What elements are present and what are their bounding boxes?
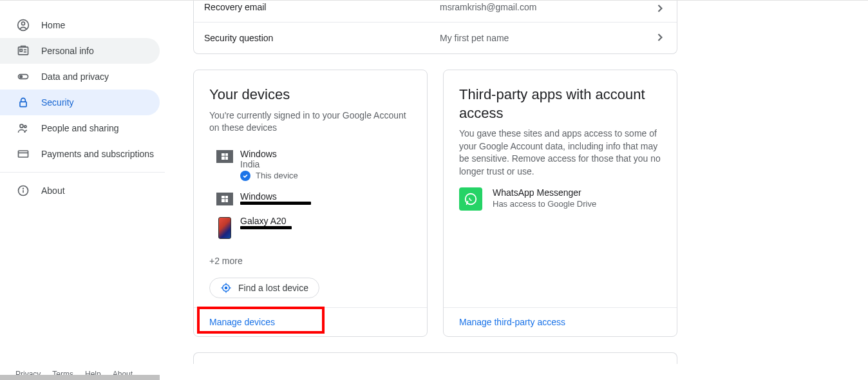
svg-point-9	[20, 124, 23, 128]
security-question-value: My first pet name	[440, 33, 654, 43]
third-party-access-card: Third-party apps with account access You…	[443, 70, 677, 337]
chevron-right-icon	[654, 2, 666, 17]
windows-device-icon	[209, 191, 240, 205]
security-question-label: Security question	[204, 33, 440, 43]
device-row[interactable]: Windows	[209, 186, 411, 211]
svg-point-17	[225, 287, 227, 289]
sidebar-item-label: Home	[41, 20, 65, 30]
sidebar-item-label: People and sharing	[41, 123, 119, 133]
main-content: Recovery email msramkrish@gmail.com Secu…	[165, 1, 868, 380]
device-location: India	[240, 159, 411, 169]
sidebar-item-people-sharing[interactable]: People and sharing	[0, 115, 160, 141]
your-devices-card: Your devices You're currently signed in …	[193, 70, 428, 337]
scrollbar-thumb[interactable]	[0, 375, 160, 380]
svg-point-15	[23, 188, 24, 189]
sidebar-item-security[interactable]: Security	[0, 90, 160, 115]
sidebar-item-label: Personal info	[41, 46, 94, 56]
sidebar-item-personal-info[interactable]: Personal info	[0, 38, 160, 64]
sidebar-item-about[interactable]: About	[0, 178, 160, 204]
device-location-redacted	[240, 226, 411, 229]
next-card-top	[193, 352, 677, 364]
devices-card-subtitle: You're currently signed in to your Googl…	[209, 109, 411, 135]
sidebar-item-label: Security	[41, 97, 74, 108]
app-access-description: Has access to Google Drive	[493, 199, 596, 209]
svg-point-10	[24, 126, 26, 128]
recovery-email-row[interactable]: Recovery email msramkrish@gmail.com	[194, 1, 677, 23]
more-devices-link[interactable]: +2 more	[209, 256, 411, 266]
sidebar: Home Personal info Data and privacy Secu…	[0, 1, 165, 380]
svg-point-1	[22, 22, 25, 25]
svg-rect-3	[20, 50, 22, 52]
device-row[interactable]: Windows India This device	[209, 144, 411, 186]
sidebar-item-label: About	[41, 185, 65, 196]
info-icon	[15, 183, 31, 198]
people-icon	[15, 120, 31, 136]
sidebar-divider	[0, 172, 165, 173]
svg-rect-8	[20, 102, 26, 107]
app-row[interactable]: WhatsApp Messenger Has access to Google …	[459, 187, 661, 211]
chevron-right-icon	[654, 31, 666, 46]
id-card-icon	[15, 43, 31, 59]
sidebar-item-label: Payments and subscriptions	[41, 149, 154, 159]
manage-devices-link[interactable]: Manage devices	[209, 317, 275, 327]
thirdparty-card-title: Third-party apps with account access	[459, 86, 661, 122]
app-name: WhatsApp Messenger	[493, 187, 596, 198]
thirdparty-card-subtitle: You gave these sites and apps access to …	[459, 128, 661, 178]
device-location-redacted	[240, 202, 411, 205]
sidebar-item-label: Data and privacy	[41, 71, 109, 82]
device-name: Windows	[240, 191, 411, 202]
find-lost-device-button[interactable]: Find a lost device	[209, 278, 319, 298]
toggle-icon	[15, 69, 31, 84]
svg-rect-11	[19, 151, 28, 157]
recovery-email-label: Recovery email	[204, 2, 440, 12]
devices-card-title: Your devices	[209, 86, 411, 104]
find-lost-device-label: Find a lost device	[238, 283, 308, 293]
user-circle-icon	[15, 17, 31, 33]
card-icon	[15, 146, 31, 162]
recovery-options-card: Recovery email msramkrish@gmail.com Secu…	[193, 1, 677, 54]
device-row[interactable]: Galaxy A20	[209, 211, 411, 244]
sidebar-item-home[interactable]: Home	[0, 12, 160, 38]
lock-icon	[15, 95, 31, 110]
sidebar-item-data-privacy[interactable]: Data and privacy	[0, 64, 160, 90]
checkmark-badge-icon	[240, 171, 250, 181]
sidebar-item-payments[interactable]: Payments and subscriptions	[0, 141, 160, 167]
manage-thirdparty-link[interactable]: Manage third-party access	[459, 317, 565, 327]
recovery-email-value: msramkrish@gmail.com	[440, 2, 654, 12]
windows-device-icon	[209, 149, 240, 163]
device-name: Galaxy A20	[240, 216, 411, 226]
this-device-label: This device	[256, 171, 298, 180]
security-question-row[interactable]: Security question My first pet name	[194, 23, 677, 53]
svg-point-7	[20, 75, 22, 77]
whatsapp-icon	[459, 187, 482, 211]
target-icon	[220, 282, 232, 294]
phone-device-icon	[209, 216, 240, 239]
device-name: Windows	[240, 149, 411, 159]
